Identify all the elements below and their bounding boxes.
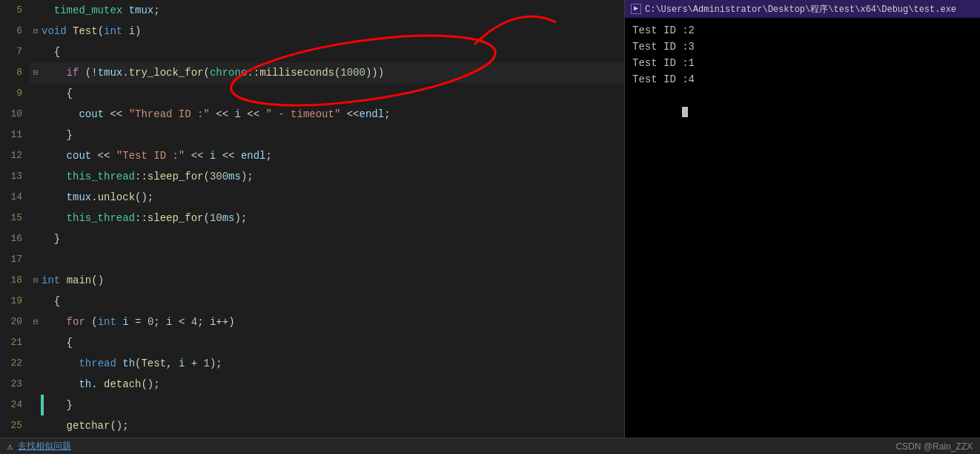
- line-number-20: 20: [0, 312, 30, 332]
- code-text-12: cout << "Test ID :" << i << endl;: [42, 145, 272, 166]
- code-line-21: 21 {: [0, 332, 624, 353]
- terminal-content: Test ID :2 Test ID :3 Test ID :1 Test ID…: [625, 18, 980, 438]
- terminal-panel: ▶ C:\Users\Administrator\Desktop\程序\test…: [624, 0, 980, 438]
- line-number-23: 23: [0, 374, 30, 395]
- line-number-24: 24: [0, 395, 30, 415]
- fold-8[interactable]: ⊟: [30, 62, 42, 83]
- line-number-25: 25: [0, 415, 30, 436]
- code-text-10: cout << "Thread ID :" << i << " - timeou…: [42, 104, 391, 125]
- code-text-16: }: [42, 228, 60, 249]
- code-content: 5 timed_mutex tmux; 6 ⊟ void Test(int i)…: [0, 0, 624, 436]
- code-line-25: 25 getchar();: [0, 415, 624, 436]
- code-text-18: int main(): [42, 270, 104, 291]
- code-text-7: {: [42, 42, 60, 62]
- terminal-cursor-line: [632, 88, 973, 136]
- code-text-22: thread th(Test, i + 1);: [42, 353, 222, 374]
- code-line-23: 23 th. detach();: [0, 374, 624, 395]
- code-text-21: {: [42, 332, 73, 353]
- code-line-20: 20 ⊟ for (int i = 0; i < 4; i++): [0, 312, 624, 332]
- terminal-icon: ▶: [631, 4, 641, 14]
- code-line-8: 8 ⊟ if (!tmux.try_lock_for(chrono::milli…: [0, 62, 624, 83]
- line-number-9: 9: [0, 83, 30, 104]
- line-number-7: 7: [0, 42, 30, 62]
- line-number-16: 16: [0, 228, 30, 249]
- terminal-title: C:\Users\Administrator\Desktop\程序\test\x…: [645, 3, 956, 16]
- code-line-9: 9 {: [0, 83, 624, 104]
- code-line-7: 7 {: [0, 42, 624, 62]
- terminal-titlebar: ▶ C:\Users\Administrator\Desktop\程序\test…: [625, 0, 980, 18]
- fold-20[interactable]: ⊟: [30, 312, 42, 332]
- code-line-24: 24 }: [0, 395, 624, 415]
- code-line-16: 16 }: [0, 228, 624, 249]
- warning-icon: ⚠: [7, 441, 13, 453]
- code-line-17: 17: [0, 249, 624, 270]
- terminal-line-1: Test ID :2: [632, 22, 973, 39]
- code-line-12: 12 cout << "Test ID :" << i << endl;: [0, 145, 624, 166]
- code-text-23: th. detach();: [42, 374, 160, 395]
- terminal-line-3: Test ID :1: [632, 55, 973, 71]
- code-text-14: tmux.unlock();: [42, 187, 153, 208]
- code-text-5: timed_mutex tmux;: [42, 0, 160, 21]
- line-number-5: 5: [0, 0, 30, 21]
- code-text-6: void Test(int i): [42, 21, 141, 42]
- line-number-12: 12: [0, 145, 30, 166]
- bottom-bar: ⚠ 去找相似问题 CSDN @Rain_ZZX: [0, 438, 980, 454]
- code-text-13: this_thread::sleep_for(300ms);: [42, 166, 254, 187]
- line-number-6: 6: [0, 21, 30, 42]
- code-text-15: this_thread::sleep_for(10ms);: [42, 208, 247, 228]
- code-line-18: 18 ⊟ int main(): [0, 270, 624, 291]
- main-container: 5 timed_mutex tmux; 6 ⊟ void Test(int i)…: [0, 0, 980, 438]
- code-text-24: }: [42, 395, 73, 415]
- line-number-18: 18: [0, 270, 30, 291]
- code-text-11: }: [42, 125, 73, 145]
- code-line-22: 22 thread th(Test, i + 1);: [0, 353, 624, 374]
- code-line-11: 11 }: [0, 125, 624, 145]
- line-number-15: 15: [0, 208, 30, 228]
- line-number-21: 21: [0, 332, 30, 353]
- green-bar-24: [41, 395, 44, 415]
- code-text-8: if (!tmux.try_lock_for(chrono::milliseco…: [42, 62, 384, 83]
- line-number-11: 11: [0, 125, 30, 145]
- fold-6[interactable]: ⊟: [30, 21, 42, 42]
- fold-18[interactable]: ⊟: [30, 270, 42, 291]
- terminal-line-2: Test ID :3: [632, 39, 973, 55]
- code-line-14: 14 tmux.unlock();: [0, 187, 624, 208]
- code-line-5: 5 timed_mutex tmux;: [0, 0, 624, 21]
- line-number-22: 22: [0, 353, 30, 374]
- code-line-13: 13 this_thread::sleep_for(300ms);: [0, 166, 624, 187]
- code-line-15: 15 this_thread::sleep_for(10ms);: [0, 208, 624, 228]
- code-line-19: 19 {: [0, 291, 624, 312]
- line-number-13: 13: [0, 166, 30, 187]
- similar-issues-link[interactable]: 去找相似问题: [18, 440, 71, 453]
- line-number-17: 17: [0, 249, 30, 270]
- code-line-10: 10 cout << "Thread ID :" << i << " - tim…: [0, 104, 624, 125]
- line-number-10: 10: [0, 104, 30, 125]
- code-text-9: {: [42, 83, 73, 104]
- csdn-attribution: CSDN @Rain_ZZX: [895, 441, 973, 452]
- line-number-19: 19: [0, 291, 30, 312]
- code-text-19: {: [42, 291, 60, 312]
- code-panel: 5 timed_mutex tmux; 6 ⊟ void Test(int i)…: [0, 0, 624, 438]
- line-number-14: 14: [0, 187, 30, 208]
- code-text-25: getchar();: [42, 415, 129, 436]
- code-line-6: 6 ⊟ void Test(int i): [0, 21, 624, 42]
- code-text-20: for (int i = 0; i < 4; i++): [42, 312, 235, 332]
- line-number-8: 8: [0, 62, 30, 83]
- terminal-line-4: Test ID :4: [632, 71, 973, 88]
- terminal-cursor: [682, 107, 688, 117]
